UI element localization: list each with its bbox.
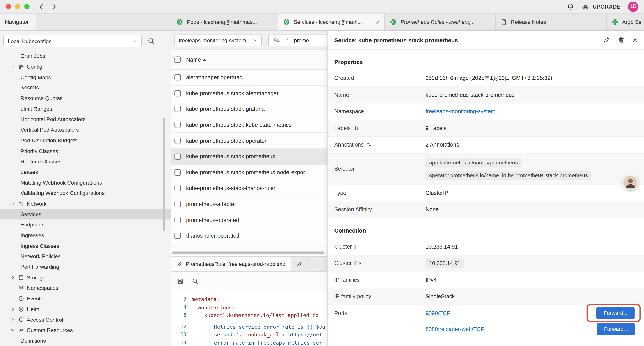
chevron-down-icon	[132, 38, 137, 43]
notifications-bell-icon[interactable]	[567, 3, 574, 10]
close-tab-icon[interactable]: ×	[376, 19, 380, 25]
navigator-panel-tab[interactable]: Navigator	[0, 13, 36, 30]
sidebar-group-access-control[interactable]: Access Control	[0, 315, 171, 325]
horizontal-scrollbar[interactable]	[172, 252, 324, 255]
back-icon[interactable]	[38, 3, 44, 10]
kubeconfig-selector[interactable]: Local Kubeconfigs	[3, 35, 142, 47]
maximize-window-button[interactable]	[24, 4, 29, 9]
sidebar-item-leases[interactable]: Leases	[0, 167, 171, 177]
select-all-checkbox[interactable]	[174, 57, 180, 63]
forward-button[interactable]: Forward...	[597, 323, 635, 335]
edit-pencil-icon[interactable]	[603, 36, 610, 43]
sidebar-item-secrets[interactable]: Secrets	[0, 82, 171, 93]
forward-button[interactable]: Forward...	[597, 307, 634, 319]
sort-toggle-icon[interactable]	[354, 125, 359, 131]
delete-trash-icon[interactable]	[618, 36, 625, 43]
row-checkbox[interactable]	[174, 74, 180, 81]
close-window-button[interactable]	[6, 4, 11, 9]
tab-services[interactable]: Services - icecheng@math... ×	[278, 13, 385, 30]
row-checkbox[interactable]	[174, 217, 180, 223]
namespace-filter-dropdown[interactable]: freeleaps-monitoring-system	[174, 34, 262, 46]
close-drawer-icon[interactable]: ×	[632, 36, 638, 44]
row-checkbox[interactable]	[174, 185, 180, 191]
sidebar-item-label: Ingress Classes	[20, 243, 59, 249]
save-icon[interactable]	[177, 278, 184, 285]
detail-label: Namespace	[334, 108, 364, 114]
regex-toggle[interactable]: .*	[285, 37, 289, 43]
name-column-header[interactable]: Name	[186, 57, 206, 63]
sidebar-group-storage[interactable]: Storage	[0, 272, 171, 283]
tab-argo[interactable]: Argo Se	[606, 13, 644, 30]
forward-icon[interactable]	[50, 3, 58, 10]
sidebar-item-limit-ranges[interactable]: Limit Ranges	[0, 104, 171, 114]
dock-tab-partial[interactable]	[291, 257, 308, 271]
row-checkbox[interactable]	[174, 106, 180, 112]
row-checkbox[interactable]	[174, 233, 180, 239]
sidebar-item-ingress-classes[interactable]: Ingress Classes	[0, 241, 171, 251]
tab-prometheus-rules[interactable]: Prometheus Rules - icecheng...	[385, 13, 496, 30]
tab-pods[interactable]: Pods - icecheng@mathmas...	[171, 13, 278, 30]
detail-row-labels: Labels 9 Labels	[328, 120, 644, 137]
detail-value: kube-prometheus-stack-prometheus	[426, 92, 514, 98]
search-icon[interactable]	[148, 37, 155, 45]
upgrade-button[interactable]: UPGRADE	[582, 3, 621, 10]
row-checkbox[interactable]	[174, 122, 180, 128]
minimize-window-button[interactable]	[15, 4, 20, 9]
sidebar-item-services[interactable]: Services	[0, 209, 171, 219]
sidebar-item-validating-webhook-configurations[interactable]: Validating Webhook Configurations	[0, 188, 171, 198]
sidebar-item-priority-classes[interactable]: Priority Classes	[0, 146, 171, 156]
sidebar-group-helm[interactable]: Helm	[0, 304, 171, 314]
sidebar-item-events[interactable]: Events	[0, 293, 171, 304]
dock-tab-prometheusrule[interactable]: PrometheusRule: freeleaps-prod-rabbitmq	[171, 257, 291, 271]
sidebar-item-vertical-pod-autoscalers[interactable]: Vertical Pod Autoscalers	[0, 125, 171, 135]
row-checkbox[interactable]	[174, 169, 180, 176]
shield-icon	[18, 317, 24, 323]
namespace-link[interactable]: freeleaps-monitoring-system	[426, 108, 496, 114]
sidebar-item-resource-quotas[interactable]: Resource Quotas	[0, 93, 171, 104]
sidebar-item-cron-jobs[interactable]: Cron Jobs	[0, 51, 171, 61]
search-icon[interactable]	[192, 278, 199, 285]
user-avatar[interactable]	[623, 175, 638, 190]
selector-chip: operator.prometheus.io/name=kube-prometh…	[426, 171, 592, 180]
detail-label: Labels	[334, 125, 351, 131]
tab-label: Pods - icecheng@mathmas...	[187, 19, 257, 25]
port-link-8080[interactable]: 8080:reloader-web/TCP	[426, 326, 484, 332]
detail-value: 10.233.14.91	[426, 244, 458, 250]
drawer-header: Service: kube-prometheus-stack-prometheu…	[328, 31, 644, 50]
notification-count-badge[interactable]: 15	[628, 1, 638, 12]
match-case-toggle[interactable]: Aa	[274, 37, 280, 43]
sidebar-item-label: Pod Disruption Budgets	[20, 137, 78, 143]
resource-tree: Cron Jobs Config Config Maps Secrets Res…	[0, 51, 171, 346]
sidebar-item-definitions[interactable]: Definitions	[0, 336, 171, 346]
row-checkbox[interactable]	[174, 201, 180, 207]
detail-row-selector: Selector app.kubernetes.io/name=promethe…	[328, 153, 644, 185]
row-checkbox[interactable]	[174, 138, 180, 144]
custom-resources-icon	[18, 327, 24, 333]
sidebar-group-custom-resources[interactable]: Custom Resources	[0, 325, 171, 336]
sidebar-item-label: Validating Webhook Configurations	[20, 190, 105, 196]
sidebar-group-network[interactable]: Network	[0, 198, 171, 209]
sidebar-item-config-maps[interactable]: Config Maps	[0, 72, 171, 82]
detail-label: Annotations	[334, 142, 364, 148]
tab-release-notes[interactable]: Release Notes	[496, 13, 607, 30]
sidebar-item-label: Endpoints	[20, 222, 45, 228]
sidebar-item-mutating-webhook-configurations[interactable]: Mutating Webhook Configurations	[0, 177, 171, 188]
sidebar-item-endpoints[interactable]: Endpoints	[0, 219, 171, 230]
sidebar-item-horizontal-pod-autoscalers[interactable]: Horizontal Pod Autoscalers	[0, 114, 171, 125]
sidebar-item-namespaces[interactable]: Namespaces	[0, 283, 171, 293]
sidebar-scrollbar[interactable]	[163, 118, 166, 231]
sidebar-item-label: Ingresses	[20, 232, 44, 239]
row-checkbox[interactable]	[174, 153, 180, 160]
sidebar-group-config[interactable]: Config	[0, 61, 171, 72]
detail-label: IP families	[334, 277, 360, 283]
port-line: 9090/TCP Forward...	[426, 305, 644, 321]
sidebar-item-network-policies[interactable]: Network Policies	[0, 251, 171, 262]
sidebar-item-ingresses[interactable]: Ingresses	[0, 230, 171, 241]
row-checkbox[interactable]	[174, 90, 180, 96]
sidebar-item-port-forwarding[interactable]: Port Forwarding	[0, 262, 171, 272]
port-link-9090[interactable]: 9090/TCP	[426, 310, 450, 316]
sidebar-item-pod-disruption-budgets[interactable]: Pod Disruption Budgets	[0, 135, 171, 146]
sort-toggle-icon[interactable]	[366, 142, 372, 147]
sidebar-item-runtime-classes[interactable]: Runtime Classes	[0, 156, 171, 167]
chevron-right-icon	[10, 317, 16, 322]
